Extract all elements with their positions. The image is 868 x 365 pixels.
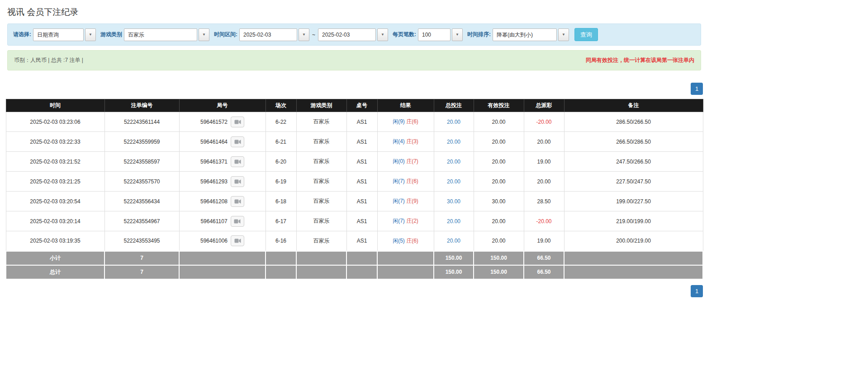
chevron-down-icon[interactable]: ▼	[299, 28, 309, 41]
total-bet-link[interactable]: 20.00	[447, 218, 460, 225]
cell-note: 200.00/219.00	[564, 231, 703, 251]
cell-valid-bet: 20.00	[474, 132, 524, 152]
cell-total-bet: 20.00	[434, 152, 474, 172]
game-type-select[interactable]: 百家乐 ▼	[124, 28, 209, 41]
date-from-select[interactable]: 2025-02-03 ▼	[239, 28, 309, 41]
cell-valid-bet: 20.00	[474, 172, 524, 192]
cell-result: 闲(9) 庄(6)	[377, 112, 434, 132]
chevron-down-icon[interactable]: ▼	[558, 28, 569, 41]
cell-time: 2025-02-03 03:19:35	[6, 231, 104, 251]
cell-round: 596461107	[179, 211, 266, 231]
cell-payout: -20.00	[524, 211, 564, 231]
cell-payout: 19.00	[524, 152, 564, 172]
date-from-value[interactable]: 2025-02-03	[239, 28, 297, 41]
total-bet-link[interactable]: 20.00	[447, 139, 460, 145]
per-page-select[interactable]: 100 ▼	[418, 28, 463, 41]
cell-payout: 19.00	[524, 231, 564, 251]
query-type-select[interactable]: 日期查询 ▼	[33, 28, 96, 41]
time-sort-value[interactable]: 降幂(由大到小)	[493, 28, 557, 41]
cell-round: 596461208	[179, 192, 266, 211]
cell-result: 闲(4) 庄(3)	[377, 132, 434, 152]
chevron-down-icon[interactable]: ▼	[85, 28, 96, 41]
game-type-value[interactable]: 百家乐	[124, 28, 197, 41]
banker-result: 庄(3)	[406, 138, 418, 145]
player-result: 闲(5)	[393, 238, 405, 244]
cell-session: 6-17	[266, 211, 296, 231]
cell-note: 286.50/266.50	[564, 112, 703, 132]
cell-total-bet: 20.00	[434, 231, 474, 251]
cell-session: 6-16	[266, 231, 296, 251]
cell-time: 2025-02-03 03:21:25	[6, 172, 104, 192]
total-payout: 66.50	[524, 265, 564, 279]
page-1-button[interactable]: 1	[691, 285, 703, 297]
date-to-select[interactable]: 2025-02-03 ▼	[318, 28, 388, 41]
cell-note: 247.50/266.50	[564, 152, 703, 172]
time-sort-select[interactable]: 降幂(由大到小) ▼	[493, 28, 569, 41]
cell-payout: 20.00	[524, 172, 564, 192]
subtotal-total-bet: 150.00	[434, 251, 474, 265]
cell-note: 199.00/227.50	[564, 192, 703, 211]
banker-result: 庄(7)	[406, 158, 418, 164]
cell-bet-id: 522243559959	[104, 132, 179, 152]
filter-bar: 请选择: 日期查询 ▼ 游戏类别 百家乐 ▼ 时间区间: 2025-02-03 …	[7, 23, 701, 46]
cell-payout: 28.50	[524, 192, 564, 211]
player-result: 闲(9)	[393, 118, 405, 125]
banker-result: 庄(6)	[406, 118, 418, 125]
chevron-down-icon[interactable]: ▼	[452, 28, 463, 41]
header-result: 结果	[377, 99, 434, 112]
header-note: 备注	[564, 99, 703, 112]
cell-total-bet: 30.00	[434, 192, 474, 211]
cell-round: 596461293	[179, 172, 266, 192]
header-valid-bet: 有效投注	[474, 99, 524, 112]
pagination-bottom: 1	[5, 285, 703, 297]
header-total-bet: 总投注	[434, 99, 474, 112]
date-to-value[interactable]: 2025-02-03	[318, 28, 376, 41]
total-bet-link[interactable]: 20.00	[447, 238, 460, 244]
total-count: 7	[104, 265, 179, 279]
player-result: 闲(7)	[393, 198, 405, 204]
video-replay-icon[interactable]	[231, 216, 244, 227]
total-bet-link[interactable]: 20.00	[447, 159, 460, 165]
total-bet-link[interactable]: 20.00	[447, 119, 460, 125]
cell-bet-id: 522243558597	[104, 152, 179, 172]
banker-result: 庄(9)	[406, 198, 418, 204]
table-row: 2025-02-03 03:20:54 522243556434 5964612…	[6, 192, 703, 211]
header-payout: 总派彩	[524, 99, 564, 112]
cell-bet-id: 522243554967	[104, 211, 179, 231]
player-result: 闲(0)	[393, 158, 405, 164]
cell-time: 2025-02-03 03:20:14	[6, 211, 104, 231]
total-bet-link[interactable]: 20.00	[447, 178, 460, 185]
total-bet-link[interactable]: 30.00	[447, 198, 460, 205]
table-row: 2025-02-03 03:23:06 522243561144 5964615…	[6, 112, 703, 132]
cell-valid-bet: 20.00	[474, 231, 524, 251]
banker-result: 庄(6)	[406, 238, 418, 244]
video-replay-icon[interactable]	[231, 176, 244, 187]
cell-table: AS1	[346, 192, 377, 211]
video-replay-icon[interactable]	[231, 117, 244, 127]
header-session: 场次	[266, 99, 296, 112]
per-page-value[interactable]: 100	[418, 28, 451, 41]
cell-table: AS1	[346, 231, 377, 251]
pagination-top: 1	[5, 83, 703, 95]
video-replay-icon[interactable]	[231, 136, 244, 147]
cell-bet-id: 522243561144	[104, 112, 179, 132]
video-replay-icon[interactable]	[231, 156, 244, 167]
table-body: 2025-02-03 03:23:06 522243561144 5964615…	[6, 112, 703, 251]
cell-note: 266.50/286.50	[564, 132, 703, 152]
page-1-button[interactable]: 1	[691, 83, 703, 95]
cell-round: 596461572	[179, 112, 266, 132]
cell-session: 6-20	[266, 152, 296, 172]
search-button[interactable]: 查询	[574, 28, 598, 41]
cell-game: 百家乐	[296, 112, 346, 132]
table-header: 时间 注单编号 局号 场次 游戏类别 桌号 结果 总投注 有效投注 总派彩 备注	[6, 99, 703, 112]
cell-game: 百家乐	[296, 231, 346, 251]
query-type-value[interactable]: 日期查询	[33, 28, 84, 41]
chevron-down-icon[interactable]: ▼	[377, 28, 388, 41]
video-replay-icon[interactable]	[231, 235, 244, 246]
video-replay-icon[interactable]	[231, 196, 244, 207]
header-time: 时间	[6, 99, 104, 112]
cell-session: 6-22	[266, 112, 296, 132]
total-label: 总计	[6, 265, 104, 279]
cell-table: AS1	[346, 152, 377, 172]
chevron-down-icon[interactable]: ▼	[199, 28, 209, 41]
